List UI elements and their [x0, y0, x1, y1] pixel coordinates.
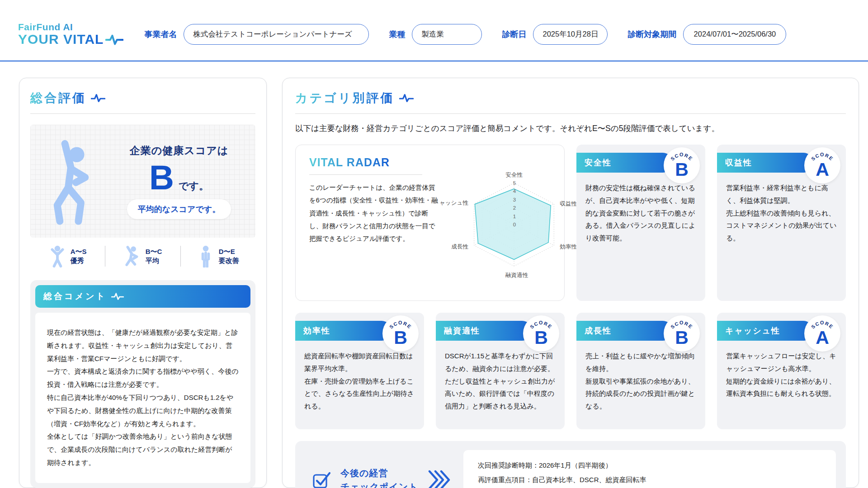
pulse-icon: [399, 93, 414, 103]
category-intro: 以下は主要な財務・経営カテゴリごとのスコア評価と簡易コメントです。それぞれE〜S…: [295, 123, 846, 134]
svg-text:B: B: [394, 327, 407, 348]
score-badge: SCORE A: [804, 315, 840, 352]
divider: [30, 113, 255, 114]
svg-text:5: 5: [513, 180, 516, 186]
pulse-icon: [111, 292, 124, 301]
score-suffix: です。: [179, 179, 209, 193]
business-name-label: 事業者名: [144, 29, 177, 40]
category-title: カテゴリ別評価: [295, 90, 846, 106]
category-card-safety: 安全性 SCORE B 財務の安定性は概ね確保されているが、自己資本比率がやや低…: [576, 145, 705, 301]
svg-text:収益性: 収益性: [560, 201, 577, 207]
logo-line2: YOUR VITAL: [18, 32, 104, 47]
svg-text:3: 3: [513, 197, 516, 202]
person-stretching-icon: [124, 245, 141, 267]
diagnosis-period-input[interactable]: 2024/07/01〜2025/06/30: [683, 24, 786, 45]
score-legend: A〜S優秀 B〜C平均: [30, 245, 255, 267]
checkpoint-panel: 次回推奨診断時期：2026年1月（四半期後） 再評価重点項目：自己資本比率、DS…: [463, 450, 836, 488]
score-badge: SCORE B: [382, 315, 419, 352]
svg-text:キャッシュ性: キャッシュ性: [440, 200, 468, 206]
vital-radar-card: VITAL RADAR このレーダーチャートは、企業の経営体質を6つの指標（安全…: [295, 145, 565, 301]
category-card-cash: キャッシュ性 SCORE A 営業キャッシュフローは安定し、キャッシュマージンも…: [717, 313, 846, 429]
card-comment: 財務の安定性は概ね確保されているが、自己資本比率がやや低く、短期的な資金変動に対…: [576, 173, 705, 253]
stretching-person-icon: [43, 134, 106, 229]
overall-comment-text: 現在の経営状態は、「健康だが経過観察が必要な安定期」と診断されます。収益性・キャ…: [35, 313, 250, 483]
diagnosis-date-input[interactable]: 2025年10月28日: [533, 24, 608, 45]
diagnosis-date-label: 診断日: [502, 29, 526, 40]
business-name-input[interactable]: 株式会社テストコーポレーションパートナーズ: [184, 24, 369, 45]
triple-chevron-icon: [426, 468, 453, 488]
app-logo: FairFund AI YOUR VITAL: [18, 22, 123, 47]
checkpoint-item: 次回推奨診断時期：2026年1月（四半期後）: [478, 458, 821, 473]
category-card-efficiency: 効率性 SCORE B 総資産回転率や棚卸資産回転日数は業界平均水準。 在庫・売…: [295, 313, 424, 429]
category-card-header: キャッシュ性: [717, 321, 813, 341]
svg-text:成長性: 成長性: [451, 244, 468, 250]
score-heading: 企業の健康スコアは: [130, 144, 229, 158]
industry-input[interactable]: 製造業: [412, 24, 482, 45]
card-comment: DSCRが1.15と基準をわずかに下回るため、融資余力には注意が必要。 ただし収…: [436, 341, 565, 422]
score-hero: 企業の健康スコアは B です。 平均的なスコアです。: [30, 125, 255, 238]
divider: [295, 113, 846, 114]
industry-label: 業種: [389, 29, 405, 40]
score-badge: SCORE B: [664, 147, 700, 183]
card-comment: 売上・利益ともに緩やかな増加傾向を維持。 新規取引や事業拡張の余地があり、持続的…: [576, 341, 705, 422]
legend-item-needs-improvement: D〜E要改善: [181, 245, 255, 267]
person-standing-icon: [197, 245, 214, 267]
category-grid: VITAL RADAR このレーダーチャートは、企業の経営体質を6つの指標（安全…: [295, 145, 846, 429]
category-card-header: 成長性: [576, 321, 673, 341]
svg-text:0: 0: [513, 222, 516, 227]
radar-title: VITAL RADAR: [309, 156, 390, 169]
category-card-growth: 成長性 SCORE B 売上・利益ともに緩やかな増加傾向を維持。 新規取引や事業…: [576, 313, 705, 429]
svg-text:4: 4: [513, 188, 516, 194]
person-arms-up-icon: [49, 245, 66, 267]
svg-text:B: B: [675, 327, 689, 348]
overall-title: 総合評価: [30, 90, 255, 106]
legend-item-excellent: A〜S優秀: [30, 245, 105, 267]
overall-evaluation-card: 総合評価 企業の健康スコアは: [19, 78, 267, 488]
score-badge: SCORE B: [523, 315, 559, 352]
category-card-financing: 融資適性 SCORE B DSCRが1.15と基準をわずかに下回るため、融資余力…: [436, 313, 565, 429]
score-badge: SCORE A: [804, 147, 840, 183]
legend-item-average: B〜C平均: [105, 245, 180, 267]
category-evaluation-card: カテゴリ別評価 以下は主要な財務・経営カテゴリごとのスコア評価と簡易コメントです…: [282, 78, 859, 488]
radar-description: このレーダーチャートは、企業の経営体質を6つの指標（安全性・収益性・効率性・融資…: [309, 181, 440, 245]
radar-chart: 012345安全性収益性効率性融資適性成長性キャッシュ性: [440, 156, 590, 292]
top-bar: FairFund AI YOUR VITAL 事業者名 株式会社テストコーポレー…: [0, 8, 868, 61]
svg-text:2: 2: [513, 205, 516, 211]
category-card-header: 安全性: [576, 153, 673, 173]
category-card-header: 融資適性: [436, 321, 532, 341]
diagnosis-period-label: 診断対象期間: [627, 29, 676, 40]
score-note-badge: 平均的なスコアです。: [127, 199, 231, 219]
overall-comment-section: 総合コメント 現在の経営状態は、「健康だが経過観察が必要な安定期」と診断されます…: [30, 280, 255, 488]
svg-text:1: 1: [513, 214, 516, 219]
svg-text:融資適性: 融資適性: [505, 272, 528, 278]
score-badge: SCORE B: [664, 315, 700, 352]
overall-comment-header: 総合コメント: [35, 285, 250, 308]
category-card-profitability: 収益性 SCORE A 営業利益率・経常利益率ともに高く、利益体質は堅調。 売上…: [717, 145, 846, 301]
checkpoint-section: 今後の経営 チェックポイント 次回推奨診断時期：2026年1月（四半期後） 再評…: [295, 441, 846, 488]
svg-text:B: B: [534, 327, 548, 348]
category-card-header: 収益性: [717, 153, 813, 173]
divider: [309, 174, 422, 175]
category-card-header: 効率性: [295, 321, 392, 341]
pulse-icon: [91, 93, 105, 103]
score-letter: B: [149, 159, 174, 197]
logo-line1: FairFund AI: [18, 22, 123, 32]
pulse-icon: [105, 33, 123, 46]
svg-text:B: B: [675, 159, 689, 180]
checkpoint-item: 再評価重点項目：自己資本比率、DSCR、総資産回転率: [478, 473, 821, 487]
svg-text:A: A: [816, 159, 829, 180]
svg-text:効率性: 効率性: [560, 244, 577, 250]
card-comment: 総資産回転率や棚卸資産回転日数は業界平均水準。 在庫・売掛金の管理効率を上げるこ…: [295, 341, 424, 422]
checkpoint-title: 今後の経営 チェックポイント: [340, 466, 418, 488]
svg-text:安全性: 安全性: [505, 172, 523, 178]
svg-text:A: A: [816, 327, 829, 348]
checkbox-icon: [311, 470, 332, 488]
card-comment: 営業利益率・経常利益率ともに高く、利益体質は堅調。 売上総利益率の改善傾向も見ら…: [717, 173, 846, 253]
